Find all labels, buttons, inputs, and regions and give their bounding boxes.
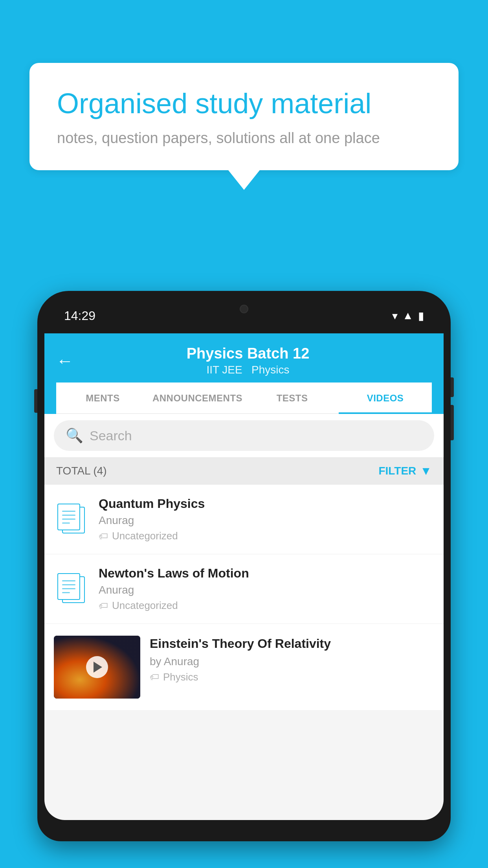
video-title: Quantum Physics (99, 497, 434, 511)
filter-bar: TOTAL (4) FILTER ▼ (44, 457, 444, 485)
video-title: Newton's Laws of Motion (99, 566, 434, 581)
doc-line (62, 580, 75, 581)
doc-line (62, 522, 70, 524)
battery-icon: ▮ (418, 309, 424, 322)
video-thumb-area (54, 504, 89, 535)
batch-title: Physics Batch 12 (81, 345, 415, 362)
total-count: TOTAL (4) (56, 465, 107, 477)
status-icons: ▾ ▲ ▮ (392, 309, 424, 322)
tab-announcements[interactable]: ANNOUNCEMENTS (149, 383, 246, 414)
document-icon (57, 573, 86, 605)
tab-tests[interactable]: TESTS (246, 383, 339, 414)
volume-button-right (451, 405, 454, 440)
filter-icon: ▼ (420, 464, 432, 478)
signal-icon: ▲ (402, 309, 413, 322)
document-icon (57, 504, 86, 535)
doc-lines (62, 511, 75, 526)
filter-label: FILTER (378, 465, 416, 477)
tag-icon: 🏷 (150, 671, 159, 682)
video-item[interactable]: Newton's Laws of Motion Anurag 🏷 Uncateg… (44, 554, 444, 624)
video-item-einstein[interactable]: Einstein's Theory Of Relativity by Anura… (44, 624, 444, 711)
video-info: Newton's Laws of Motion Anurag 🏷 Uncateg… (99, 566, 434, 612)
search-icon: 🔍 (66, 427, 83, 444)
search-bar-container: 🔍 Search (44, 414, 444, 457)
tag-label: Uncategorized (112, 600, 178, 612)
speech-bubble-title: Organised study material (57, 86, 431, 120)
video-info: Einstein's Theory Of Relativity by Anura… (150, 636, 434, 683)
doc-line (62, 519, 75, 520)
filter-button[interactable]: FILTER ▼ (378, 464, 432, 478)
video-author: Anurag (99, 514, 434, 527)
batch-subtitle: IIT JEE Physics (81, 364, 415, 376)
doc-line (62, 515, 75, 516)
speech-bubble-card: Organised study material notes, question… (29, 63, 459, 170)
tag-icon: 🏷 (99, 600, 108, 611)
tab-videos[interactable]: VIDEOS (339, 383, 432, 414)
phone-body: 14:29 ▾ ▲ ▮ ← Physics Batch 12 (37, 291, 451, 841)
doc-line (62, 588, 75, 589)
video-tag: 🏷 Uncategorized (99, 600, 434, 612)
volume-button (34, 389, 37, 413)
doc-page-front (57, 573, 80, 600)
video-tag: 🏷 Uncategorized (99, 530, 434, 542)
speech-bubble-section: Organised study material notes, question… (29, 63, 459, 190)
status-time: 14:29 (64, 309, 95, 323)
play-icon (94, 662, 102, 673)
wifi-icon: ▾ (392, 309, 398, 322)
doc-page-front (57, 504, 80, 530)
tag-label: Physics (163, 671, 198, 683)
video-tag: 🏷 Physics (150, 671, 434, 683)
tabs-bar: MENTS ANNOUNCEMENTS TESTS VIDEOS (56, 383, 432, 414)
power-button (451, 377, 454, 397)
app-header: ← Physics Batch 12 IIT JEE Physics MENTS (44, 333, 444, 414)
video-item[interactable]: Quantum Physics Anurag 🏷 Uncategorized (44, 485, 444, 554)
doc-line (62, 592, 70, 593)
back-button[interactable]: ← (56, 351, 73, 371)
phone-mockup: 14:29 ▾ ▲ ▮ ← Physics Batch 12 (37, 291, 451, 868)
status-bar: 14:29 ▾ ▲ ▮ (44, 298, 444, 333)
tab-ments[interactable]: MENTS (56, 383, 149, 414)
tag-label: Uncategorized (112, 530, 178, 542)
video-thumbnail (54, 636, 140, 699)
doc-line (62, 584, 75, 585)
doc-lines (62, 580, 75, 596)
front-camera (240, 305, 248, 313)
subtitle-physics: Physics (251, 364, 289, 376)
video-info: Quantum Physics Anurag 🏷 Uncategorized (99, 497, 434, 542)
speech-bubble-arrow (228, 170, 260, 190)
play-button[interactable] (86, 656, 108, 678)
speech-bubble-subtitle: notes, question papers, solutions all at… (57, 130, 431, 147)
doc-line (62, 511, 75, 512)
video-author: by Anurag (150, 655, 434, 668)
search-input[interactable]: Search (90, 428, 132, 443)
header-title-block: Physics Batch 12 IIT JEE Physics (81, 345, 415, 376)
video-title: Einstein's Theory Of Relativity (150, 636, 434, 652)
video-author: Anurag (99, 584, 434, 596)
phone-notch (213, 298, 275, 320)
video-list: Quantum Physics Anurag 🏷 Uncategorized (44, 485, 444, 711)
tag-icon: 🏷 (99, 531, 108, 542)
video-thumb-area (54, 573, 89, 605)
app-header-top: ← Physics Batch 12 IIT JEE Physics (56, 341, 432, 383)
search-bar[interactable]: 🔍 Search (54, 420, 434, 451)
phone-screen: ← Physics Batch 12 IIT JEE Physics MENTS (44, 333, 444, 820)
subtitle-iitjee: IIT JEE (206, 364, 242, 376)
